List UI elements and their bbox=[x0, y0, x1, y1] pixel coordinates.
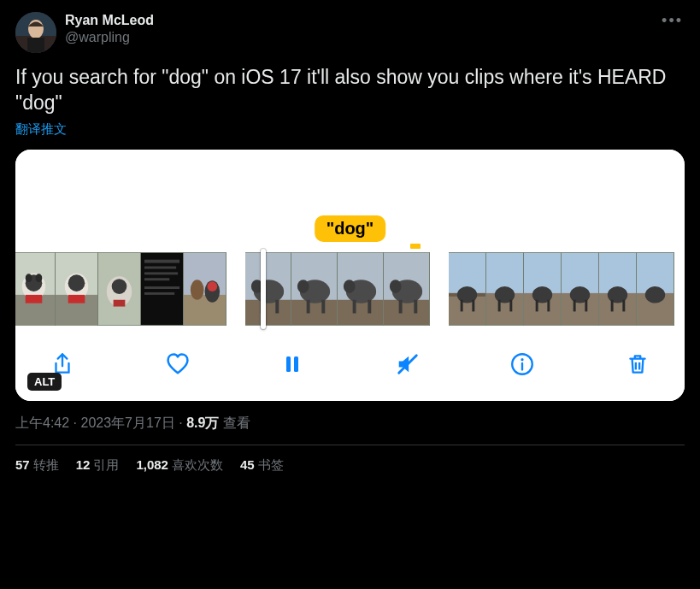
stat-quotes[interactable]: 12引用 bbox=[76, 457, 120, 474]
handle: @warpling bbox=[65, 29, 154, 46]
svg-point-41 bbox=[297, 280, 309, 293]
svg-rect-65 bbox=[498, 299, 501, 311]
svg-rect-66 bbox=[509, 299, 512, 311]
author-block[interactable]: Ryan McLeod @warpling bbox=[65, 12, 154, 46]
svg-rect-86 bbox=[294, 356, 298, 372]
clip-frame bbox=[486, 252, 524, 326]
svg-point-9 bbox=[35, 274, 42, 282]
stat-bookmarks[interactable]: 45书签 bbox=[240, 457, 284, 474]
svg-rect-75 bbox=[574, 299, 576, 311]
more-icon[interactable]: ••• bbox=[662, 12, 683, 30]
clip-frame bbox=[56, 252, 98, 326]
clip-frame bbox=[384, 252, 430, 326]
svg-rect-81 bbox=[622, 299, 625, 311]
media-whitespace: "dog" bbox=[15, 150, 685, 240]
svg-rect-19 bbox=[114, 300, 126, 307]
svg-rect-28 bbox=[184, 295, 226, 325]
svg-rect-54 bbox=[399, 300, 403, 314]
clip-frame bbox=[562, 252, 599, 326]
svg-rect-43 bbox=[321, 300, 325, 314]
clip-frame bbox=[184, 252, 226, 326]
svg-rect-45 bbox=[338, 300, 383, 325]
search-term-marker bbox=[410, 244, 421, 249]
svg-rect-22 bbox=[144, 266, 176, 268]
tweet-container: Ryan McLeod @warpling ••• If you search … bbox=[0, 0, 700, 486]
meta-views-label: 查看 bbox=[223, 415, 250, 430]
svg-rect-15 bbox=[68, 295, 85, 303]
svg-rect-25 bbox=[144, 286, 179, 289]
svg-rect-37 bbox=[275, 300, 279, 314]
clip-frame bbox=[245, 252, 291, 326]
tweet-text: If you search for "dog" on iOS 17 it'll … bbox=[15, 65, 685, 116]
stat-retweets[interactable]: 57转推 bbox=[15, 457, 59, 474]
svg-point-29 bbox=[191, 280, 204, 300]
svg-rect-39 bbox=[291, 300, 337, 325]
svg-rect-48 bbox=[353, 300, 356, 314]
search-term-pill: "dog" bbox=[315, 215, 386, 242]
info-icon[interactable] bbox=[508, 350, 537, 379]
svg-rect-21 bbox=[144, 259, 179, 262]
alt-badge[interactable]: ALT bbox=[27, 373, 62, 391]
svg-point-8 bbox=[26, 274, 32, 282]
svg-rect-80 bbox=[611, 299, 614, 311]
clip-frame bbox=[98, 252, 141, 326]
meta-views-count: 8.9万 bbox=[186, 415, 219, 430]
svg-point-89 bbox=[521, 358, 524, 361]
clip-frame bbox=[524, 252, 562, 326]
svg-rect-71 bbox=[547, 299, 550, 311]
svg-rect-49 bbox=[368, 300, 371, 314]
tweet-meta[interactable]: 上午4:42 · 2023年7月17日 · 8.9万 查看 bbox=[15, 415, 685, 433]
pause-icon[interactable] bbox=[278, 350, 307, 379]
clip-frame bbox=[637, 252, 674, 326]
display-name: Ryan McLeod bbox=[65, 12, 154, 29]
tweet-stats: 57转推 12引用 1,082喜欢次数 45书签 bbox=[15, 457, 685, 474]
divider bbox=[15, 445, 685, 445]
clip-strip-2[interactable] bbox=[245, 252, 430, 326]
svg-rect-55 bbox=[414, 300, 417, 314]
svg-point-53 bbox=[390, 280, 402, 293]
trash-icon[interactable] bbox=[623, 350, 652, 379]
clip-frame bbox=[449, 252, 486, 326]
svg-rect-42 bbox=[307, 300, 310, 314]
svg-rect-51 bbox=[384, 300, 429, 325]
media-card: "dog" bbox=[15, 150, 685, 401]
svg-rect-10 bbox=[26, 295, 43, 303]
svg-rect-60 bbox=[461, 299, 463, 311]
svg-point-47 bbox=[344, 280, 356, 293]
translate-link[interactable]: 翻译推文 bbox=[15, 121, 685, 138]
clip-strip-3[interactable] bbox=[449, 252, 674, 326]
svg-point-84 bbox=[645, 286, 665, 303]
clip-strip-1[interactable] bbox=[15, 252, 226, 326]
svg-rect-76 bbox=[585, 299, 587, 311]
svg-rect-61 bbox=[472, 299, 474, 311]
svg-rect-23 bbox=[144, 272, 178, 274]
svg-point-18 bbox=[112, 279, 127, 294]
meta-date: 2023年7月17日 bbox=[80, 415, 174, 430]
clip-frame bbox=[291, 252, 338, 326]
svg-rect-3 bbox=[27, 38, 44, 53]
filmstrip[interactable] bbox=[15, 240, 685, 334]
svg-rect-85 bbox=[286, 356, 291, 372]
media-toolbar bbox=[15, 334, 685, 401]
svg-rect-70 bbox=[536, 299, 538, 311]
clip-frame bbox=[338, 252, 384, 326]
avatar[interactable] bbox=[15, 12, 56, 53]
svg-rect-24 bbox=[144, 278, 169, 280]
clip-frame bbox=[15, 252, 56, 326]
clip-frame bbox=[141, 252, 184, 326]
clip-frame bbox=[599, 252, 637, 326]
playhead[interactable] bbox=[261, 249, 266, 329]
tweet-header: Ryan McLeod @warpling ••• bbox=[15, 12, 685, 53]
heart-icon[interactable] bbox=[163, 350, 192, 379]
mute-icon[interactable] bbox=[393, 350, 422, 379]
meta-time: 上午4:42 bbox=[15, 415, 69, 430]
svg-point-14 bbox=[68, 274, 85, 292]
stat-likes[interactable]: 1,082喜欢次数 bbox=[136, 457, 223, 474]
svg-rect-26 bbox=[144, 292, 174, 295]
svg-rect-33 bbox=[245, 300, 291, 325]
svg-point-31 bbox=[207, 281, 217, 292]
